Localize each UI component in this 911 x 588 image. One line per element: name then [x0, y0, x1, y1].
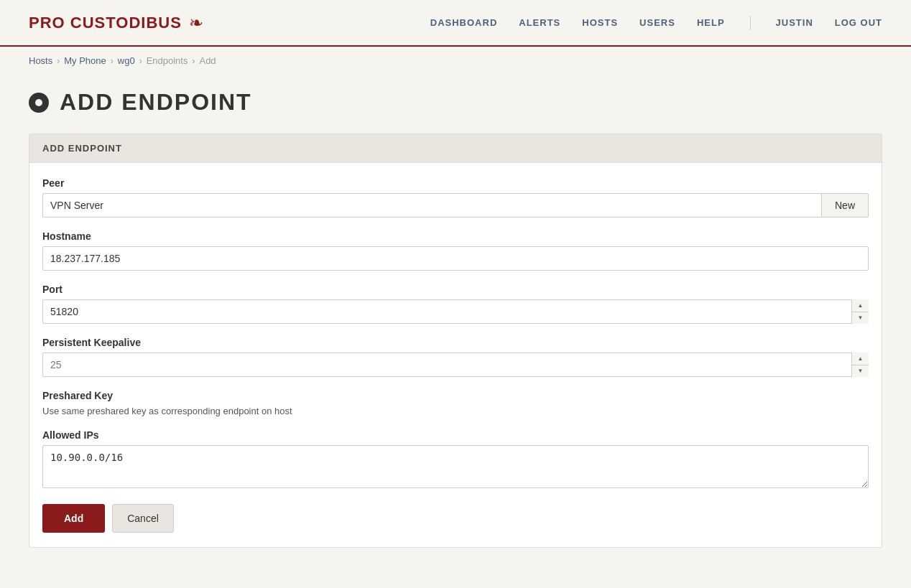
port-decrement-button[interactable]: ▼ — [852, 312, 869, 325]
keepalive-spinner-arrows: ▲ ▼ — [851, 353, 869, 377]
main-content: ADD ENDPOINT Peer New Hostname Port — [0, 134, 911, 577]
nav-alerts[interactable]: ALERTS — [519, 17, 560, 28]
breadcrumb-add: Add — [199, 55, 216, 66]
keepalive-input[interactable] — [42, 353, 869, 377]
breadcrumb-sep-2: › — [111, 56, 114, 66]
nav-divider — [750, 16, 751, 30]
nav-users[interactable]: USERS — [639, 17, 675, 28]
preshared-key-label: Preshared Key — [42, 390, 869, 401]
main-nav: DASHBOARD ALERTS HOSTS USERS HELP JUSTIN… — [430, 16, 882, 30]
breadcrumb-sep-1: › — [57, 56, 60, 66]
page-title-area: ADD ENDPOINT — [0, 75, 911, 134]
nav-logout[interactable]: LOG OUT — [835, 17, 882, 28]
logo-area: PRO CUSTODIBUS ❧ — [29, 13, 203, 33]
nav-user[interactable]: JUSTIN — [776, 17, 813, 28]
header: PRO CUSTODIBUS ❧ DASHBOARD ALERTS HOSTS … — [0, 0, 911, 47]
allowed-ips-group: Allowed IPs — [42, 429, 869, 491]
peer-new-button[interactable]: New — [821, 193, 869, 218]
port-group: Port ▲ ▼ — [42, 284, 869, 324]
page-title: ADD ENDPOINT — [60, 89, 252, 116]
card-body: Peer New Hostname Port ▲ ▼ — [29, 163, 882, 547]
breadcrumb-sep-3: › — [139, 56, 142, 66]
keepalive-group: Persistent Keepalive ▲ ▼ — [42, 337, 869, 377]
peer-label: Peer — [42, 177, 869, 189]
breadcrumb-wg0[interactable]: wg0 — [118, 55, 135, 66]
preshared-key-group: Preshared Key Use same preshared key as … — [42, 390, 869, 416]
breadcrumb-hosts[interactable]: Hosts — [29, 55, 52, 66]
cancel-button[interactable]: Cancel — [112, 504, 174, 533]
nav-help[interactable]: HELP — [697, 17, 725, 28]
form-buttons: Add Cancel — [42, 504, 869, 533]
allowed-ips-label: Allowed IPs — [42, 429, 869, 441]
peer-input[interactable] — [42, 193, 821, 218]
port-spinner-wrap: ▲ ▼ — [42, 299, 869, 324]
breadcrumb-endpoints: Endpoints — [147, 55, 188, 66]
preshared-key-subtext: Use same preshared key as corresponding … — [42, 406, 869, 416]
port-increment-button[interactable]: ▲ — [852, 299, 869, 312]
keepalive-spinner-wrap: ▲ ▼ — [42, 353, 869, 377]
breadcrumb-sep-4: › — [192, 56, 195, 66]
card-header: ADD ENDPOINT — [29, 134, 882, 163]
allowed-ips-textarea[interactable] — [42, 445, 869, 488]
breadcrumb-my-phone[interactable]: My Phone — [64, 55, 106, 66]
page-title-icon — [29, 93, 49, 113]
hostname-group: Hostname — [42, 230, 869, 271]
peer-row: New — [42, 193, 869, 218]
nav-hosts[interactable]: HOSTS — [582, 17, 618, 28]
hostname-label: Hostname — [42, 230, 869, 242]
breadcrumb: Hosts › My Phone › wg0 › Endpoints › Add — [0, 47, 911, 75]
keepalive-decrement-button[interactable]: ▼ — [852, 365, 869, 378]
keepalive-label: Persistent Keepalive — [42, 337, 869, 348]
hostname-input[interactable] — [42, 246, 869, 271]
add-button[interactable]: Add — [42, 504, 105, 533]
logo-icon: ❧ — [189, 13, 203, 33]
peer-group: Peer New — [42, 177, 869, 218]
port-input[interactable] — [42, 299, 869, 324]
keepalive-increment-button[interactable]: ▲ — [852, 353, 869, 365]
nav-dashboard[interactable]: DASHBOARD — [430, 17, 498, 28]
port-spinner-arrows: ▲ ▼ — [851, 299, 869, 324]
port-label: Port — [42, 284, 869, 295]
form-card: ADD ENDPOINT Peer New Hostname Port — [29, 134, 882, 548]
logo-text: PRO CUSTODIBUS — [29, 14, 182, 32]
